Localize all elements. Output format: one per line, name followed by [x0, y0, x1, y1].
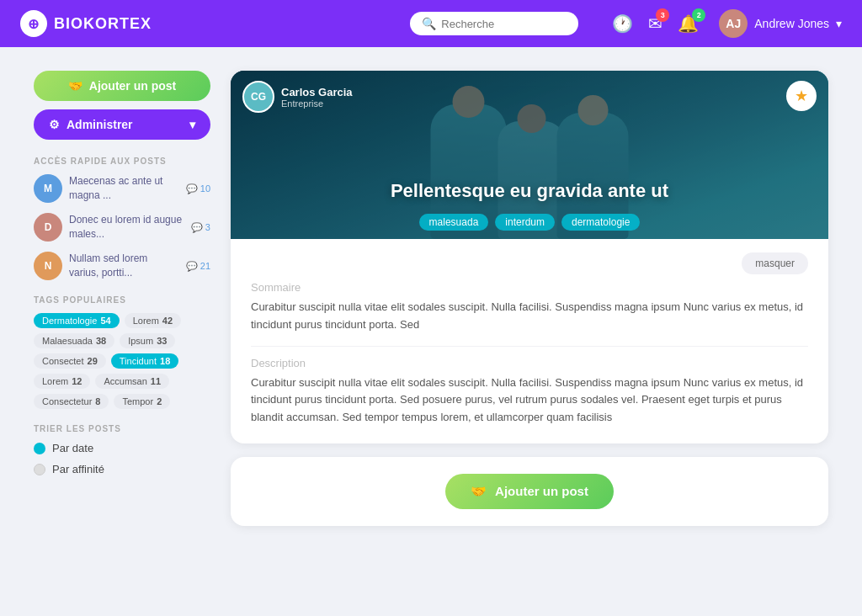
bottom-add-post-label: Ajouter un post	[495, 484, 588, 498]
bottom-add-card: 🤝 Ajouter un post	[231, 457, 828, 526]
tag-chip-tincidunt[interactable]: Tincidunt 18	[111, 353, 178, 369]
sort-title: TRIER LES POSTS	[34, 424, 210, 433]
bell-icon-wrap[interactable]: 🔔 2	[678, 13, 699, 34]
post-author-details: Carlos Garcia Entreprise	[281, 86, 353, 109]
post-banner: CG Carlos Garcia Entreprise ★ Pellentesq…	[231, 71, 828, 239]
quick-post-text: Donec eu lorem id augue males...	[69, 213, 184, 242]
tag-chip-consectet[interactable]: Consectet 29	[34, 353, 106, 369]
chevron-down-icon: ▾	[836, 17, 842, 30]
logo-icon: ⊕	[20, 10, 47, 37]
tag-chip-tempor[interactable]: Tempor 2	[114, 394, 170, 409]
gear-icon: ⚙	[49, 118, 60, 131]
post-description: Curabitur suscipit nulla vitae elit soda…	[251, 374, 808, 427]
search-input[interactable]	[441, 18, 567, 30]
main-layout: 🤝 Ajouter un post ⚙ Administrer ▾ ACCÈS …	[0, 47, 862, 550]
logo: ⊕ BIOKORTEX	[20, 10, 152, 37]
post-tag-malesuada[interactable]: malesuada	[419, 214, 489, 231]
quick-post-item[interactable]: N Nullam sed lorem varius, portti... 💬 2…	[34, 252, 210, 280]
mail-badge: 3	[656, 8, 669, 22]
tag-chip-malaesuada[interactable]: Malaesuada 38	[34, 333, 114, 348]
tag-chip-ipsum[interactable]: Ipsum 33	[120, 333, 175, 348]
quick-access-title: ACCÈS RAPIDE AUX POSTS	[34, 157, 210, 166]
search-icon: 🔍	[422, 17, 436, 30]
post-author-type: Entreprise	[281, 98, 353, 109]
logo-text: BIOKORTEX	[54, 15, 152, 33]
tag-chip-accumsan[interactable]: Accumsan 11	[95, 374, 169, 389]
sort-dot-inactive	[34, 464, 45, 475]
bell-badge: 2	[692, 8, 705, 22]
add-post-button[interactable]: 🤝 Ajouter un post	[34, 71, 210, 101]
sommaire-label: Sommaire	[251, 281, 808, 294]
quick-post-avatar: N	[34, 252, 62, 280]
header: ⊕ BIOKORTEX 🔍 🕐 ✉ 3 🔔 2 AJ Andrew Jones …	[0, 0, 862, 47]
sort-by-affinity[interactable]: Par affinité	[34, 463, 210, 475]
history-icon-wrap[interactable]: 🕐	[612, 13, 633, 34]
post-author-name: Carlos Garcia	[281, 86, 353, 98]
sort-date-label: Par date	[52, 442, 93, 454]
comment-count: 💬 21	[186, 261, 210, 272]
comment-count: 💬 10	[186, 183, 210, 194]
user-menu[interactable]: AJ Andrew Jones ▾	[719, 9, 842, 38]
favorite-button[interactable]: ★	[786, 81, 817, 111]
header-icons: 🕐 ✉ 3 🔔 2	[612, 13, 699, 34]
post-tags: malesuada interdum dermatologie	[231, 214, 828, 231]
post-tag-interdum[interactable]: interdum	[495, 214, 555, 231]
quick-post-avatar: D	[34, 213, 62, 242]
post-title: Pellentesque eu gravida ante ut	[231, 180, 828, 202]
sort-dot-active	[34, 443, 45, 454]
post-tag-dermatologie[interactable]: dermatologie	[561, 214, 640, 231]
section-divider	[251, 346, 808, 347]
post-card: CG Carlos Garcia Entreprise ★ Pellentesq…	[231, 71, 828, 443]
add-post-label: Ajouter un post	[89, 79, 176, 93]
history-icon: 🕐	[612, 14, 633, 33]
sort-section: TRIER LES POSTS Par date Par affinité	[34, 424, 210, 475]
star-icon: ★	[795, 87, 808, 105]
quick-post-text: Nullam sed lorem varius, portti...	[69, 252, 179, 280]
search-bar[interactable]: 🔍	[410, 12, 578, 35]
sort-affinity-label: Par affinité	[52, 463, 104, 475]
content-area: CG Carlos Garcia Entreprise ★ Pellentesq…	[231, 71, 828, 526]
tag-chip-consectetur[interactable]: Consectetur 8	[34, 394, 109, 409]
quick-post-avatar: M	[34, 174, 62, 203]
quick-post-item[interactable]: D Donec eu lorem id augue males... 💬 3	[34, 213, 210, 242]
sidebar: 🤝 Ajouter un post ⚙ Administrer ▾ ACCÈS …	[34, 71, 210, 526]
tag-chip-dermatologie[interactable]: Dermatologie 54	[34, 313, 120, 328]
add-post-icon-bottom: 🤝	[471, 484, 487, 499]
quick-posts-list: M Maecenas ac ante ut magna ... 💬 10 D D…	[34, 174, 210, 280]
administrer-button[interactable]: ⚙ Administrer ▾	[34, 109, 210, 140]
add-post-icon: 🤝	[68, 79, 82, 93]
bottom-add-post-button[interactable]: 🤝 Ajouter un post	[445, 474, 614, 509]
avatar: AJ	[719, 9, 748, 38]
quick-post-text: Maecenas ac ante ut magna ...	[69, 174, 179, 203]
administrer-label: Administrer	[67, 118, 133, 131]
tags-title: TAGS POPULAIRES	[34, 295, 210, 305]
post-author-avatar: CG	[242, 81, 274, 113]
tag-chip-lorem2[interactable]: Lorem 12	[34, 374, 90, 389]
description-label: Description	[251, 357, 808, 369]
post-summary: Curabitur suscipit nulla vitae elit soda…	[251, 299, 808, 334]
user-name: Andrew Jones	[754, 17, 829, 30]
mail-icon-wrap[interactable]: ✉ 3	[648, 13, 662, 34]
post-body: masquer Sommaire Curabitur suscipit null…	[231, 239, 828, 443]
sort-by-date[interactable]: Par date	[34, 442, 210, 454]
tags-grid: Dermatologie 54 Lorem 42 Malaesuada 38 I…	[34, 313, 210, 409]
tag-chip-lorem1[interactable]: Lorem 42	[125, 313, 181, 328]
avatar-initials: AJ	[726, 17, 741, 30]
dropdown-arrow-icon: ▾	[189, 118, 195, 131]
tags-section: TAGS POPULAIRES Dermatologie 54 Lorem 42…	[34, 295, 210, 409]
post-user-info: CG Carlos Garcia Entreprise	[242, 81, 353, 113]
comment-count: 💬 3	[191, 222, 210, 233]
masquer-button[interactable]: masquer	[742, 252, 808, 274]
quick-post-item[interactable]: M Maecenas ac ante ut magna ... 💬 10	[34, 174, 210, 203]
